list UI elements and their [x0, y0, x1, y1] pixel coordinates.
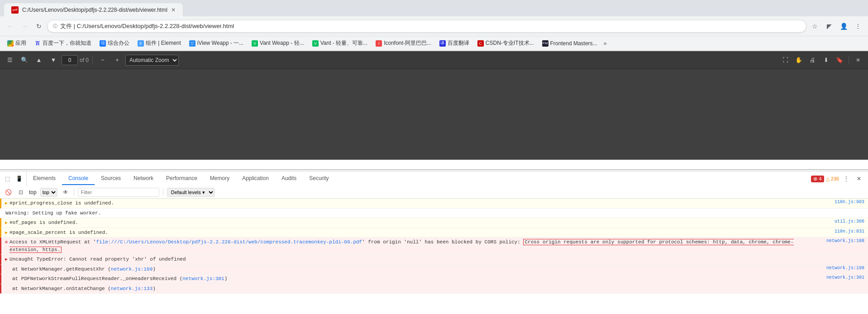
pdf-zoom-out[interactable]: −	[96, 54, 109, 67]
bookmark-element[interactable]: E 组件 | Element	[134, 38, 185, 49]
devtools-close-btn[interactable]: ✕	[854, 173, 864, 184]
bookmark-iconfont[interactable]: I Iconfont-阿里巴巴...	[372, 38, 435, 49]
console-line-2: Warning: Setting up fake worker.	[0, 209, 868, 219]
bookmark-star-icon[interactable]: ☆	[808, 20, 821, 33]
tab-sources[interactable]: Sources	[95, 172, 127, 185]
inspect-element-btn[interactable]: ⬚	[2, 173, 13, 184]
tab-application[interactable]: Application	[236, 172, 275, 185]
bookmark-iview[interactable]: ▽ iView Weapp - 一...	[186, 38, 247, 49]
iview-icon: ▽	[189, 40, 196, 47]
bookmark-baidu[interactable]: 百 百度一下，你就知道	[31, 38, 95, 49]
console-source-1[interactable]: 110n.js:903	[831, 200, 864, 205]
pdf-bookmark-btn[interactable]: 🔖	[833, 54, 846, 67]
bookmark-vant2-label: Vant - 轻量、可靠...	[320, 39, 367, 47]
pdf-search-btn[interactable]: 🔍	[18, 54, 31, 67]
pdf-prev-page[interactable]: ▲	[33, 54, 45, 67]
tab-memory[interactable]: Memory	[204, 172, 236, 185]
console-text-3: #of_pages is undefined.	[10, 219, 829, 227]
pdf-next-page[interactable]: ▼	[47, 54, 60, 67]
console-line-1: ▶ #print_progress_close is undefined. 11…	[0, 199, 868, 209]
tab-close-icon[interactable]: ✕	[171, 7, 176, 13]
address-lock-icon: ⓘ	[53, 23, 57, 29]
bookmark-iview-label: iView Weapp - 一...	[197, 39, 243, 47]
pdf-page-total: of 0	[80, 57, 89, 63]
tab-favicon: pdf	[11, 6, 19, 14]
pdf-page-input[interactable]	[62, 55, 78, 65]
console-preserve-log-btn[interactable]: ⊡	[16, 188, 25, 197]
reload-button[interactable]: ↻	[33, 20, 45, 33]
error-count: ⊗	[813, 176, 819, 181]
pdf-separator-1	[92, 56, 93, 65]
stack1-link[interactable]: network.js:199	[111, 266, 153, 272]
account-icon[interactable]: 👤	[837, 20, 850, 33]
bookmark-vant1[interactable]: V Vant Weapp - 轻...	[248, 38, 308, 49]
bookmark-vant1-label: Vant Weapp - 轻...	[260, 39, 304, 47]
console-text-2: Warning: Setting up fake worker.	[5, 209, 859, 217]
console-line-stack2: at PDFNetworkStreamFullRequestReader._on…	[0, 274, 868, 284]
console-level-select[interactable]: Default levels ▾	[167, 188, 215, 197]
frontend-icon: FM	[542, 40, 548, 47]
bookmark-apps[interactable]: ⠿ 应用	[4, 38, 30, 49]
address-bar-input[interactable]: ⓘ 文件 | C:/Users/Lenovo/Desktop/pdfjs-2.2…	[47, 20, 806, 33]
pdf-sidebar-toggle[interactable]: ☰	[4, 54, 16, 67]
tab-audits[interactable]: Audits	[275, 172, 303, 185]
device-toolbar-btn[interactable]: 📱	[14, 173, 24, 184]
console-text-1: #print_progress_close is undefined.	[10, 200, 829, 207]
console-source-stack2[interactable]: network.js:301	[823, 275, 864, 280]
address-bar-right: ☆ ◤ 👤 ⋮	[808, 20, 864, 33]
tab-console[interactable]: Console	[62, 172, 95, 185]
more-bookmarks-icon[interactable]: »	[604, 40, 607, 47]
pdf-hand-tool-btn[interactable]: ✋	[792, 54, 805, 67]
tab-elements[interactable]: Elements	[27, 172, 62, 185]
bookmark-frontend[interactable]: FM Frontend Masters...	[539, 38, 601, 49]
console-source-3[interactable]: util.js:306	[831, 219, 864, 224]
console-filter-input[interactable]	[78, 188, 159, 197]
pdf-zoom-in[interactable]: +	[111, 54, 124, 67]
devtools-filter-bar: 🚫 ⊡ top top 👁 Default levels ▾	[0, 186, 868, 199]
bookmark-csdn[interactable]: C CSDN-专业IT技术...	[474, 38, 538, 49]
back-button[interactable]: ←	[4, 20, 16, 33]
bookmark-fanyi[interactable]: 译 百度翻译	[436, 38, 473, 49]
stack3-link[interactable]: network.js:133	[111, 286, 153, 291]
pdf-toolbar: ☰ 🔍 ▲ ▼ of 0 − + Automatic Zoom ⛶ ✋ 🖨 ⬇ …	[0, 51, 868, 69]
devtools-inspect-icons: ⬚ 📱	[0, 171, 27, 186]
vant2-icon: V	[312, 40, 319, 47]
cast-icon[interactable]: ◤	[823, 20, 835, 33]
console-source-stack1[interactable]: network.js:199	[823, 266, 864, 271]
pdf-fullscreen-btn[interactable]: ⛶	[779, 54, 792, 67]
tab-bar: pdf C:/Users/Lenovo/Desktop/pdfjs-2.2.22…	[0, 0, 868, 16]
bookmark-vant2[interactable]: V Vant - 轻量、可靠...	[309, 38, 371, 49]
tab-performance[interactable]: Performance	[160, 172, 204, 185]
stack2-link[interactable]: network.js:301	[182, 276, 224, 281]
pdf-more-btn[interactable]: ≡	[852, 54, 864, 67]
tab-network[interactable]: Network	[127, 172, 160, 185]
warn-icon-3: ▶	[5, 219, 8, 225]
bookmark-zonghe-label: 综合办公	[108, 39, 129, 47]
active-tab[interactable]: pdf C:/Users/Lenovo/Desktop/pdfjs-2.2.22…	[4, 3, 183, 16]
bookmark-zonghe[interactable]: 综 综合办公	[96, 38, 133, 49]
forward-button[interactable]: →	[18, 20, 31, 33]
pdf-download-btn[interactable]: ⬇	[820, 54, 832, 67]
tab-security[interactable]: Security	[303, 172, 335, 185]
console-line-3: ▶ #of_pages is undefined. util.js:306	[0, 218, 868, 228]
pdf-print-btn[interactable]: 🖨	[806, 54, 819, 67]
warning-badge: △ 236	[826, 176, 839, 182]
vant1-icon: V	[252, 40, 258, 47]
console-eye-icon[interactable]: 👁	[61, 188, 70, 197]
devtools-console: ▶ #print_progress_close is undefined. 11…	[0, 199, 868, 314]
menu-icon[interactable]: ⋮	[852, 20, 864, 33]
filter-separator	[74, 189, 74, 196]
console-line-stack3: at NetworkManager.onStateChange (network…	[0, 284, 868, 294]
console-source-cors[interactable]: network.js:108	[823, 238, 864, 243]
console-text-cors: Access to XMLHttpRequest at 'file:///C:/…	[10, 238, 821, 253]
context-select[interactable]: top	[40, 188, 57, 197]
devtools-settings-more[interactable]: ⋮	[841, 173, 852, 184]
page-main: pdf C:/Users/Lenovo/Desktop/pdfjs-2.2.22…	[0, 0, 868, 314]
console-line-typeerror: ▶ Uncaught TypeError: Cannot read proper…	[0, 255, 868, 265]
console-clear-btn[interactable]: 🚫	[4, 188, 13, 197]
cors-file-link[interactable]: file:///C:/Users/Lenovo/Desktop/pdfjs-2.…	[96, 239, 362, 245]
bookmark-element-label: 组件 | Element	[146, 39, 181, 47]
devtools-tabs-row: Elements Console Sources Network Perform…	[27, 172, 811, 185]
console-source-4[interactable]: 110n.js:831	[831, 229, 864, 234]
pdf-zoom-select[interactable]: Automatic Zoom	[125, 55, 179, 66]
